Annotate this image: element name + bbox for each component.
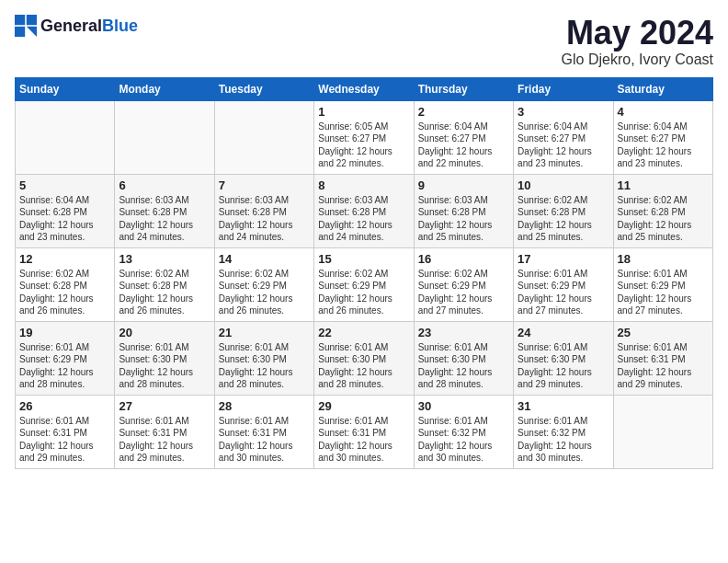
day-number: 25 [618, 326, 709, 339]
day-number: 2 [418, 105, 509, 119]
calendar-cell: 16Sunrise: 6:02 AM Sunset: 6:29 PM Dayli… [414, 247, 513, 321]
cell-info: Sunrise: 6:02 AM Sunset: 6:28 PM Dayligh… [518, 194, 609, 244]
cell-info: Sunrise: 6:01 AM Sunset: 6:30 PM Dayligh… [219, 341, 310, 391]
calendar-cell: 23Sunrise: 6:01 AM Sunset: 6:30 PM Dayli… [414, 321, 513, 395]
day-number: 20 [119, 326, 210, 339]
day-number: 23 [418, 326, 509, 339]
day-number: 31 [518, 399, 609, 413]
header-wednesday: Wednesday [314, 77, 414, 100]
calendar-cell: 6Sunrise: 6:03 AM Sunset: 6:28 PM Daylig… [115, 174, 214, 247]
day-number: 1 [318, 105, 409, 119]
day-number: 7 [219, 178, 310, 192]
calendar-cell [613, 395, 712, 468]
logo-general: General [40, 17, 102, 35]
logo-text: GeneralBlue [40, 17, 138, 36]
logo-icon [15, 15, 37, 37]
calendar-cell: 11Sunrise: 6:02 AM Sunset: 6:28 PM Dayli… [613, 174, 712, 247]
calendar-table: SundayMondayTuesdayWednesdayThursdayFrid… [15, 77, 713, 469]
svg-marker-3 [27, 27, 37, 37]
calendar-cell: 8Sunrise: 6:03 AM Sunset: 6:28 PM Daylig… [314, 174, 414, 247]
cell-info: Sunrise: 6:01 AM Sunset: 6:29 PM Dayligh… [19, 341, 110, 391]
calendar-cell: 30Sunrise: 6:01 AM Sunset: 6:32 PM Dayli… [414, 395, 513, 468]
cell-info: Sunrise: 6:03 AM Sunset: 6:28 PM Dayligh… [418, 194, 509, 244]
day-number: 14 [219, 252, 310, 266]
calendar-cell: 25Sunrise: 6:01 AM Sunset: 6:31 PM Dayli… [613, 321, 712, 395]
day-number: 24 [518, 326, 609, 339]
calendar-cell [115, 100, 214, 174]
day-number: 12 [19, 252, 110, 266]
logo-blue: Blue [102, 17, 138, 35]
calendar-cell: 28Sunrise: 6:01 AM Sunset: 6:31 PM Dayli… [214, 395, 313, 468]
cell-info: Sunrise: 6:01 AM Sunset: 6:30 PM Dayligh… [318, 341, 409, 391]
calendar-week-5: 26Sunrise: 6:01 AM Sunset: 6:31 PM Dayli… [16, 395, 713, 468]
cell-info: Sunrise: 6:04 AM Sunset: 6:27 PM Dayligh… [618, 121, 709, 170]
logo: GeneralBlue [15, 15, 138, 37]
header-monday: Monday [115, 77, 214, 100]
calendar-cell: 1Sunrise: 6:05 AM Sunset: 6:27 PM Daylig… [314, 100, 414, 174]
cell-info: Sunrise: 6:01 AM Sunset: 6:30 PM Dayligh… [418, 341, 509, 391]
calendar-cell: 22Sunrise: 6:01 AM Sunset: 6:30 PM Dayli… [314, 321, 414, 395]
svg-rect-2 [15, 27, 25, 37]
cell-info: Sunrise: 6:01 AM Sunset: 6:32 PM Dayligh… [418, 415, 509, 465]
calendar-cell: 29Sunrise: 6:01 AM Sunset: 6:31 PM Dayli… [314, 395, 414, 468]
day-number: 13 [119, 252, 210, 266]
calendar-cell: 15Sunrise: 6:02 AM Sunset: 6:29 PM Dayli… [314, 247, 414, 321]
cell-info: Sunrise: 6:01 AM Sunset: 6:29 PM Dayligh… [518, 268, 609, 317]
day-number: 22 [318, 326, 409, 339]
header-sunday: Sunday [16, 77, 115, 100]
header-tuesday: Tuesday [214, 77, 313, 100]
cell-info: Sunrise: 6:04 AM Sunset: 6:27 PM Dayligh… [418, 121, 509, 170]
header-thursday: Thursday [414, 77, 513, 100]
cell-info: Sunrise: 6:04 AM Sunset: 6:28 PM Dayligh… [19, 194, 110, 244]
cell-info: Sunrise: 6:02 AM Sunset: 6:29 PM Dayligh… [219, 268, 310, 317]
day-number: 11 [618, 178, 709, 192]
page-header: GeneralBlue May 2024 Glo Djekro, Ivory C… [15, 15, 713, 68]
calendar-cell: 12Sunrise: 6:02 AM Sunset: 6:28 PM Dayli… [16, 247, 115, 321]
cell-info: Sunrise: 6:02 AM Sunset: 6:29 PM Dayligh… [318, 268, 409, 317]
day-number: 30 [418, 399, 509, 413]
calendar-cell: 20Sunrise: 6:01 AM Sunset: 6:30 PM Dayli… [115, 321, 214, 395]
cell-info: Sunrise: 6:02 AM Sunset: 6:28 PM Dayligh… [119, 268, 210, 317]
calendar-cell: 31Sunrise: 6:01 AM Sunset: 6:32 PM Dayli… [514, 395, 613, 468]
cell-info: Sunrise: 6:01 AM Sunset: 6:31 PM Dayligh… [119, 415, 210, 465]
day-number: 15 [318, 252, 409, 266]
day-number: 10 [518, 178, 609, 192]
calendar-cell [214, 100, 313, 174]
day-number: 9 [418, 178, 509, 192]
calendar-cell: 13Sunrise: 6:02 AM Sunset: 6:28 PM Dayli… [115, 247, 214, 321]
day-number: 3 [518, 105, 609, 119]
day-number: 26 [19, 399, 110, 413]
header-saturday: Saturday [613, 77, 712, 100]
day-number: 16 [418, 252, 509, 266]
calendar-week-1: 1Sunrise: 6:05 AM Sunset: 6:27 PM Daylig… [16, 100, 713, 174]
day-number: 29 [318, 399, 409, 413]
cell-info: Sunrise: 6:02 AM Sunset: 6:28 PM Dayligh… [618, 194, 709, 244]
svg-rect-0 [15, 15, 25, 25]
cell-info: Sunrise: 6:04 AM Sunset: 6:27 PM Dayligh… [518, 121, 609, 170]
calendar-cell: 3Sunrise: 6:04 AM Sunset: 6:27 PM Daylig… [514, 100, 613, 174]
day-number: 8 [318, 178, 409, 192]
calendar-cell: 19Sunrise: 6:01 AM Sunset: 6:29 PM Dayli… [16, 321, 115, 395]
day-number: 4 [618, 105, 709, 119]
cell-info: Sunrise: 6:01 AM Sunset: 6:31 PM Dayligh… [318, 415, 409, 465]
calendar-cell: 4Sunrise: 6:04 AM Sunset: 6:27 PM Daylig… [613, 100, 712, 174]
cell-info: Sunrise: 6:03 AM Sunset: 6:28 PM Dayligh… [219, 194, 310, 244]
calendar-cell: 7Sunrise: 6:03 AM Sunset: 6:28 PM Daylig… [214, 174, 313, 247]
cell-info: Sunrise: 6:01 AM Sunset: 6:31 PM Dayligh… [219, 415, 310, 465]
calendar-week-4: 19Sunrise: 6:01 AM Sunset: 6:29 PM Dayli… [16, 321, 713, 395]
day-number: 6 [119, 178, 210, 192]
day-number: 17 [518, 252, 609, 266]
day-number: 18 [618, 252, 709, 266]
calendar-cell: 10Sunrise: 6:02 AM Sunset: 6:28 PM Dayli… [514, 174, 613, 247]
cell-info: Sunrise: 6:05 AM Sunset: 6:27 PM Dayligh… [318, 121, 409, 170]
calendar-cell: 21Sunrise: 6:01 AM Sunset: 6:30 PM Dayli… [214, 321, 313, 395]
day-number: 5 [19, 178, 110, 192]
cell-info: Sunrise: 6:01 AM Sunset: 6:31 PM Dayligh… [19, 415, 110, 465]
day-number: 19 [19, 326, 110, 339]
title-block: May 2024 Glo Djekro, Ivory Coast [562, 15, 713, 68]
day-number: 28 [219, 399, 310, 413]
day-number: 21 [219, 326, 310, 339]
calendar-cell: 2Sunrise: 6:04 AM Sunset: 6:27 PM Daylig… [414, 100, 513, 174]
header-friday: Friday [514, 77, 613, 100]
month-title: May 2024 [562, 15, 713, 52]
